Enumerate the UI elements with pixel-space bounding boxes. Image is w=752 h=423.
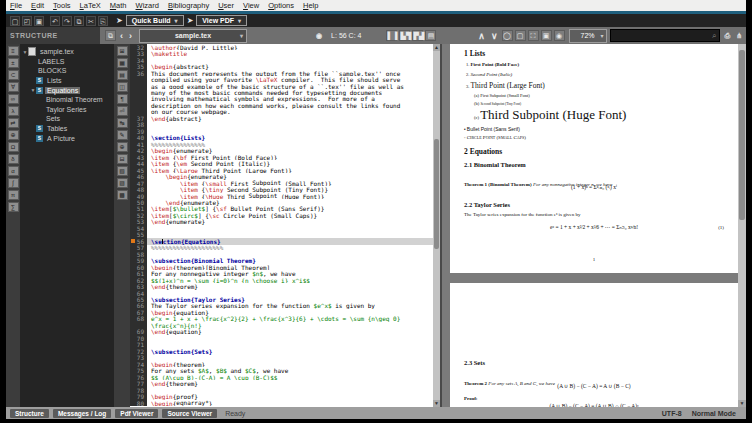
structure-item-lists[interactable]: SLists <box>20 76 114 86</box>
center-on-cursor-icon[interactable]: ◉ <box>316 32 322 40</box>
palette-button-4[interactable]: ∀ <box>8 82 19 92</box>
edit-tool-button-1[interactable]: ⊞ <box>117 46 128 56</box>
structure-item-sets[interactable]: Sets <box>20 114 114 124</box>
code-line[interactable]: 80\begin{eqnarray*} <box>130 400 433 406</box>
next-document-icon[interactable]: › <box>129 31 132 41</box>
structure-item-tables[interactable]: STables <box>20 124 114 134</box>
structure-item-equations[interactable]: ▼SEquations <box>20 85 114 95</box>
previous-document-icon[interactable]: ‹ <box>120 31 123 41</box>
scroll-down-icon[interactable]: ▼ <box>433 400 440 407</box>
pdf-fit-icon-2[interactable]: ⛶ <box>528 30 539 41</box>
redo-icon[interactable]: ↷ <box>62 16 72 26</box>
copy-icon[interactable]: ⧉ <box>74 16 84 26</box>
menu-item-bibliography[interactable]: Bibliography <box>168 1 209 10</box>
menu-item-options[interactable]: Options <box>268 1 294 10</box>
code-editor[interactable]: 32\author{David P. Little}33\maketitle34… <box>130 44 433 407</box>
palette-button-3[interactable]: ⊂ <box>8 70 19 80</box>
run-view-pdf-icon[interactable]: ➤ <box>187 16 194 25</box>
structure-item-blocks[interactable]: BLOCKS <box>20 66 114 76</box>
palette-button-12[interactable]: ∫ <box>8 178 19 188</box>
pdf-page-up-icon[interactable]: ∧ <box>478 31 485 41</box>
edit-tool-button-5[interactable]: ¶ <box>117 94 128 104</box>
pdf-list-item: • Bullet Point (Sans Serif) <box>464 126 520 132</box>
scroll-up-icon[interactable]: ▲ <box>433 44 440 51</box>
structure-item-label: Sets <box>44 115 62 122</box>
edit-tool-button-6[interactable]: ⏎ <box>117 106 128 116</box>
new-file-icon[interactable]: ▢ <box>10 16 20 26</box>
palette-button-11[interactable]: α <box>8 166 19 176</box>
paste-icon[interactable]: ⎘ <box>98 16 108 26</box>
palette-button-2[interactable]: ± <box>8 58 19 68</box>
external-viewer-icon[interactable]: ⋔ <box>736 32 742 40</box>
pdf-page-down-icon[interactable]: ∨ <box>491 31 498 41</box>
structure-item-taylor-series[interactable]: Taylor Series <box>20 105 114 115</box>
edit-tool-button-8[interactable]: ✎ <box>117 130 128 140</box>
quick-build-label: Quick Build <box>132 17 171 24</box>
pdf-scroll-thumb[interactable] <box>739 50 745 220</box>
print-icon[interactable]: ⎙ <box>725 32 731 40</box>
detach-document-icon[interactable]: ⧉ <box>105 30 116 41</box>
menu-item-user[interactable]: User <box>218 1 234 10</box>
menu-item-tools[interactable]: Tools <box>53 1 71 10</box>
palette-button-7[interactable]: ⇄ <box>8 118 19 128</box>
pdf-fit-icon-1[interactable]: ▢ <box>515 30 526 41</box>
editor-layout-icon-2[interactable]: ▙▜ <box>399 30 410 41</box>
editor-layout-icon-4[interactable]: ▤ <box>425 30 436 41</box>
menu-item-latex[interactable]: LaTeX <box>80 1 101 10</box>
edit-tool-button-12[interactable]: ▨ <box>117 178 128 188</box>
menu-item-help[interactable]: Help <box>303 1 318 10</box>
status-tab-source-viewer[interactable]: Source Viewer <box>162 409 217 418</box>
save-icon[interactable]: ▣ <box>34 16 44 26</box>
undo-icon[interactable]: ↶ <box>50 16 60 26</box>
pdf-viewer[interactable]: 1 Lists 1. First Point (Bold Face)2. Sec… <box>442 44 746 407</box>
scroll-down-icon[interactable]: ▼ <box>738 400 746 407</box>
structure-item-sample-tex[interactable]: ▼sample.tex <box>20 47 114 57</box>
editor-scrollbar[interactable]: ▲ ▼ <box>433 44 440 407</box>
edit-tool-button-4[interactable]: ◫ <box>117 82 128 92</box>
view-pdf-button[interactable]: View PDF ▾ <box>196 15 247 26</box>
pdf-continuous-icon[interactable]: ◯ <box>502 30 513 41</box>
open-file-selector[interactable]: sample.tex ▾ <box>139 29 247 43</box>
edit-tool-button-11[interactable]: ▧ <box>117 166 128 176</box>
palette-button-1[interactable]: ≡ <box>8 46 19 56</box>
menu-item-file[interactable]: File <box>10 1 22 10</box>
pdf-presentation-icon[interactable]: ◉ <box>554 30 565 41</box>
open-file-icon[interactable]: ◰ <box>22 16 32 26</box>
status-tab-pdf-viewer[interactable]: Pdf Viewer <box>115 409 158 418</box>
editor-layout-icon-1[interactable]: ▌▐ <box>386 30 397 41</box>
edit-tool-button-7[interactable]: ↹ <box>117 118 128 128</box>
structure-item-a-picture[interactable]: SA Picture <box>20 133 114 143</box>
pdf-search-input[interactable]: ⌕ <box>610 29 720 42</box>
quick-build-button[interactable]: Quick Build ▾ <box>126 15 184 26</box>
editor-scroll-thumb[interactable] <box>434 139 439 249</box>
pdf-taylor-intro: The Taylor series expansion for the func… <box>464 212 581 217</box>
edit-tool-button-10[interactable]: ⊟ <box>117 154 128 164</box>
pdf-fit-icon-3[interactable]: ▣ <box>541 30 552 41</box>
palette-button-14[interactable]: ∑ <box>8 202 19 212</box>
edit-tool-button-3[interactable]: ▤ <box>117 70 128 80</box>
palette-button-9[interactable]: Ω <box>8 142 19 152</box>
status-tab-messages-log[interactable]: Messages / Log <box>53 409 111 418</box>
edit-tool-button-9[interactable]: ⊕ <box>117 142 128 152</box>
palette-button-8[interactable]: ⊕ <box>8 130 19 140</box>
editor-layout-icon-3[interactable]: ▛▟ <box>412 30 423 41</box>
edit-tool-button-2[interactable]: ▦ <box>117 58 128 68</box>
palette-button-13[interactable]: π <box>8 190 19 200</box>
cut-icon[interactable]: ✂ <box>86 16 96 26</box>
structure-item-labels[interactable]: LABELS <box>20 57 114 67</box>
palette-button-5[interactable]: ∞ <box>8 94 19 104</box>
status-tab-structure[interactable]: Structure <box>10 409 49 418</box>
palette-button-6[interactable]: λ <box>8 106 19 116</box>
structure-item-binomial-theorem[interactable]: Binomial Theorem <box>20 95 114 105</box>
texmaker-window: FileEditToolsLaTeXMathWizardBibliography… <box>6 0 746 419</box>
palette-button-10[interactable]: δ <box>8 154 19 164</box>
pdf-equation-number: (1) <box>718 225 724 230</box>
pdf-zoom-selector[interactable]: 72% ▾ <box>569 29 607 43</box>
menu-item-view[interactable]: View <box>243 1 259 10</box>
menu-item-math[interactable]: Math <box>110 1 127 10</box>
menu-item-wizard[interactable]: Wizard <box>136 1 159 10</box>
run-quick-build-icon[interactable]: ➤ <box>116 16 123 25</box>
menu-item-edit[interactable]: Edit <box>31 1 44 10</box>
pdf-scrollbar[interactable]: ▼ <box>738 44 746 407</box>
edit-tool-button-13[interactable]: ▩ <box>117 190 128 200</box>
